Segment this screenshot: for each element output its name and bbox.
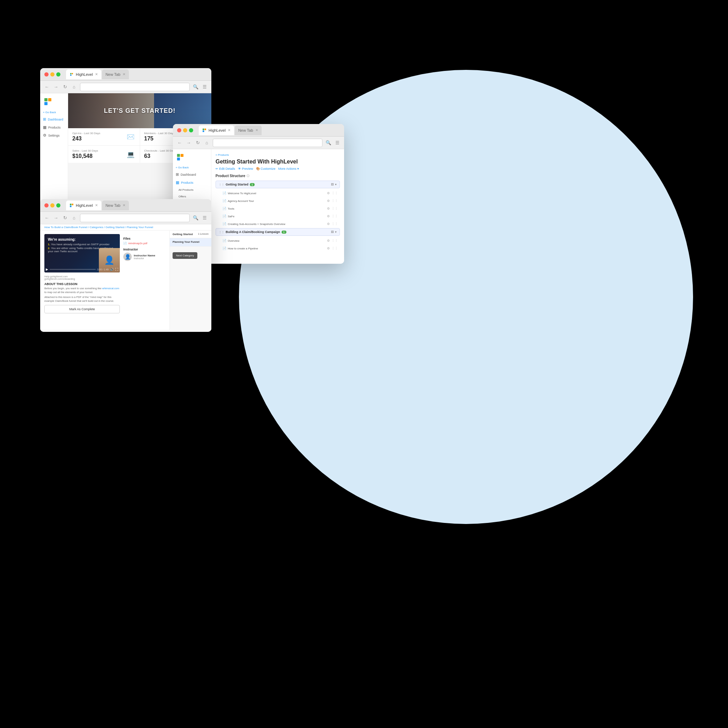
go-back-1[interactable]: « Go Back [40,109,68,115]
lesson-sidebar-right-3: Getting Started 1 Lesson Planning Your F… [170,231,211,330]
go-back-2[interactable]: « Go Back [173,165,211,170]
tab-close-new-3[interactable]: ✕ [122,203,125,207]
volume-icon-3[interactable]: 🔊 [110,268,114,271]
tab-close-3[interactable]: ✕ [95,203,98,207]
lesson-row-0-3[interactable]: 📄 SaFe ⚙ ⋮⋮ [216,213,340,220]
tl-yellow-2[interactable] [183,128,187,132]
more-actions-btn[interactable]: More Actions ▾ [278,167,299,170]
menu-btn-2[interactable]: ☰ [334,140,341,146]
lesson-row-0-2[interactable]: 📄 Tools ⚙ ⋮⋮ [216,205,340,212]
video-player-3[interactable]: We're assuming: 1. You have already conf… [44,234,120,272]
nav-settings-label-1: Settings [48,134,60,137]
main-2: « Products Getting Started With HighLeve… [211,149,344,264]
tl-green-1[interactable] [56,72,60,76]
menu-btn-1[interactable]: ☰ [202,84,208,90]
tab-active-2[interactable]: HighLevel ✕ [199,125,234,135]
back-btn-3[interactable]: ← [44,215,50,221]
lesson-doc-icon-1-1: 📄 [223,247,226,250]
tl-red-2[interactable] [177,128,181,132]
lesson-action-1-0[interactable]: ⚙ [326,238,331,243]
tab-new-3[interactable]: New Tab ✕ [102,200,129,210]
tl-red-1[interactable] [44,72,49,76]
lesson-drag-1-0: ⋮⋮ [332,238,337,243]
address-bar-3[interactable] [80,214,190,222]
category-row-1[interactable]: ⋮⋮ Building A Claim/Booking Campaign 1 🖼… [216,228,340,236]
tl-green-2[interactable] [189,128,193,132]
tab1-label-3: HighLevel [76,203,93,208]
home-btn-3[interactable]: ⌂ [71,215,77,221]
search-btn-3[interactable]: 🔍 [193,215,199,221]
tab-close-new-2[interactable]: ✕ [255,128,258,132]
category-row-0[interactable]: ⋮⋮ Getting Started 1 🖼 ▾ [216,180,340,188]
tl-green-3[interactable] [56,203,60,208]
address-bar-2[interactable] [213,139,323,147]
forward-btn-1[interactable]: → [53,84,59,90]
lesson-row-1-0[interactable]: 📄 Overview ⚙ ⋮⋮ [216,237,340,244]
svg-rect-3 [44,98,47,101]
tab-new-2[interactable]: New Tab ✕ [235,125,262,135]
hero-banner-1: LET'S GET STARTED! [68,93,211,128]
refresh-btn-2[interactable]: ↻ [194,140,201,146]
preview-btn[interactable]: 👁 Preview [238,167,253,170]
fullscreen-icon-3[interactable]: ⛶ [115,268,118,271]
forward-btn-3[interactable]: → [53,215,59,221]
lesson-sidebar-item-active[interactable]: Planning Your Funnel [170,238,211,247]
mark-complete-btn-3[interactable]: Mark As Complete [44,305,120,314]
address-bar-1[interactable] [80,83,190,91]
lesson-row-0-1[interactable]: 📄 Agency Account Tour ⚙ ⋮⋮ [216,197,340,204]
tab-active-1[interactable]: HighLevel ✕ [66,69,101,79]
menu-btn-3[interactable]: ☰ [202,215,208,221]
home-btn-2[interactable]: ⌂ [203,140,210,146]
nav-products-1[interactable]: ▦ Products [40,123,68,132]
home-btn-1[interactable]: ⌂ [71,84,77,90]
file-item-3[interactable]: 📄 mindmap2x.pdf [123,242,165,245]
back-btn-2[interactable]: ← [176,140,183,146]
hero-text-1: LET'S GET STARTED! [104,107,176,115]
lesson-action-0-3[interactable]: ⚙ [326,214,331,219]
svg-rect-4 [48,98,51,101]
tl-yellow-3[interactable] [50,203,55,208]
tl-yellow-1[interactable] [50,72,55,76]
lesson-action-0-0[interactable]: ⚙ [326,191,331,196]
forward-btn-2[interactable]: → [185,140,192,146]
lesson-label-1-1: 📄 How to create a Pipeline [223,247,258,250]
lesson-action-0-4[interactable]: ⚙ [326,222,331,226]
refresh-btn-1[interactable]: ↻ [62,84,68,90]
nav-products-2[interactable]: ▦ Products [173,179,211,187]
lesson-row-1-1[interactable]: 📄 How to create a Pipeline ⚙ ⋮⋮ [216,245,340,252]
lesson-title-0-4: Creating Sub-Accounts + Snapshots Overvi… [228,223,285,226]
tab-active-3[interactable]: HighLevel ✕ [66,200,101,210]
category-expand-1[interactable]: ▾ [335,230,337,234]
nav-dashboard-2[interactable]: ⊞ Dashboard [173,170,211,179]
video-progress-3[interactable] [50,269,96,270]
nav-all-products-2[interactable]: All Products [173,187,211,193]
lesson-action-1-1[interactable]: ⚙ [326,246,331,251]
refresh-btn-3[interactable]: ↻ [62,215,68,221]
tab-close-1[interactable]: ✕ [95,72,98,76]
back-btn-1[interactable]: ← [44,84,50,90]
category-name-0: Getting Started [226,183,248,186]
breadcrumb-2[interactable]: « Products [216,153,340,156]
lesson-row-0-0[interactable]: 📄 Welcome To HighLevel ⚙ ⋮⋮ [216,190,340,197]
tl-red-3[interactable] [44,203,49,208]
category-expand-0[interactable]: ▾ [335,183,337,186]
search-btn-2[interactable]: 🔍 [325,140,332,146]
nav-dashboard-1[interactable]: ⊞ Dashboard [40,115,68,123]
lesson-row-0-4[interactable]: 📄 Creating Sub-Accounts + Snapshots Over… [216,220,340,228]
tab-close-2[interactable]: ✕ [228,128,231,132]
whimsical-link[interactable]: whimsical.com [102,287,119,290]
lesson-title-0-0: Welcome To HighLevel [228,192,256,195]
svg-rect-7 [205,128,206,130]
lesson-action-0-1[interactable]: ⚙ [326,199,331,203]
tab-close-new-1[interactable]: ✕ [122,72,125,76]
sidebar-category-label-3: Getting Started [173,232,193,236]
customize-btn[interactable]: 🎨 Customize [256,167,275,170]
edit-details-btn[interactable]: ✏ Edit Details [216,167,235,170]
breadcrumb-text-3[interactable]: How To Build a Claim/Book Funnel / Categ… [44,226,153,229]
search-btn-1[interactable]: 🔍 [193,84,199,90]
play-btn-3[interactable]: ▶ [46,268,48,271]
lesson-action-0-2[interactable]: ⚙ [326,206,331,211]
next-category-btn-3[interactable]: Next Category [173,252,197,259]
tab-new-1[interactable]: New Tab ✕ [102,69,129,79]
nav-settings-1[interactable]: ⚙ Settings [40,132,68,139]
